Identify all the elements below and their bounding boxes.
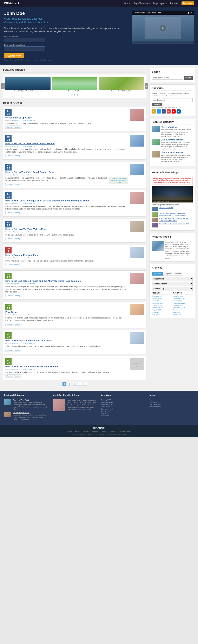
fc-item-title[interactable]: This is a Test Post — [161, 126, 193, 128]
read-more-link[interactable]: Continue Reading — [5, 237, 21, 240]
article-title[interactable]: Pure Beauty — [5, 311, 128, 313]
footer-login-link[interactable]: Log in — [150, 399, 194, 401]
subscribe-email-input[interactable] — [152, 98, 193, 102]
archive-link[interactable]: July 2010 — [173, 311, 193, 313]
rss-link[interactable]: rss+ — [143, 102, 146, 104]
comment-link[interactable]: Leave a Comment — [22, 174, 35, 176]
yt-item-link[interactable]: How to Create a Custom WordPress Navigat… — [159, 212, 193, 216]
recent-tab[interactable]: Recent — [174, 272, 183, 276]
archive-link[interactable]: September 2010 — [173, 307, 193, 308]
slider-next-button[interactable]: › — [145, 83, 148, 90]
archive-link[interactable]: March 2011 — [173, 300, 193, 302]
youtube-social-icon[interactable]: ▶ — [172, 110, 176, 114]
archive-link[interactable]: December 2011 — [173, 298, 193, 300]
author-link[interactable]: SiteName — [13, 120, 20, 121]
footer-fc-item-title[interactable]: This is a Test Post — [12, 399, 48, 402]
footer-nav-sitemap[interactable]: Site Map — [101, 431, 107, 433]
footer-archive-link[interactable]: September 2010 — [101, 408, 145, 410]
nav-page-templates[interactable]: Page Templates — [133, 2, 150, 4]
email-input[interactable] — [4, 46, 45, 51]
twitter-social-icon[interactable]: t — [157, 110, 161, 114]
popular-tab[interactable]: Popular — [163, 272, 173, 276]
article-title[interactable]: How to Add Post Thumbnails to Your Posts — [5, 339, 128, 342]
author-link[interactable]: SiteName — [13, 342, 20, 344]
footer-comments-rss-link[interactable]: Comments RSS — [150, 404, 194, 406]
nav-page-layouts[interactable]: Page Layouts — [153, 2, 167, 4]
nav-home[interactable]: Home — [124, 2, 130, 4]
article-title[interactable]: Install and Set-Up Guide — [5, 116, 128, 119]
comment-link[interactable]: Leave a Comment — [22, 283, 35, 285]
footer-archive-link[interactable]: December 2011 — [101, 401, 145, 403]
archive-link[interactable]: August 2010 — [173, 309, 193, 311]
page-2[interactable]: 2 — [68, 382, 71, 386]
archive-link[interactable]: November 2010 — [173, 302, 193, 304]
archive-link[interactable]: January 2012 — [152, 295, 171, 297]
footer-fc-item-title[interactable]: Lorem ipsum dolor — [12, 412, 48, 414]
archive-link[interactable]: June 2010 — [173, 314, 193, 316]
article-title[interactable]: How to Set Up Featured Pages and the Alt… — [5, 280, 128, 282]
rss-social-icon[interactable]: ⌖ — [152, 110, 156, 114]
comment-link[interactable]: Leave a Comment — [22, 145, 35, 147]
fc-item-title[interactable]: This is Another Text Post — [161, 139, 193, 141]
youtube-video-thumb[interactable]: Video background feature... — [152, 186, 193, 202]
footer-archive-link[interactable]: November 2010 — [101, 404, 145, 406]
googleplus-social-icon[interactable]: g+ — [167, 110, 171, 114]
yt-item-link[interactable]: Feel The Creativity — [159, 207, 173, 209]
archive-link[interactable]: November 2010 — [152, 302, 171, 304]
category-select[interactable]: Select Category — [152, 282, 193, 286]
footer-nav-portfolio[interactable]: Portfolio — [92, 431, 98, 433]
comment-link[interactable]: Leave a Comment — [22, 342, 35, 344]
submit-button[interactable]: Submit Now — [4, 53, 24, 58]
author-link[interactable]: SiteName — [13, 257, 20, 259]
read-more-link[interactable]: Continue Reading — [5, 374, 21, 378]
archive-link[interactable]: July 2010 — [152, 311, 171, 313]
read-more-link[interactable]: Continue Reading — [5, 349, 21, 352]
article-title[interactable]: How to Set Up The Video Email Capture Fo… — [5, 171, 128, 174]
month-select[interactable]: Select Month — [152, 277, 193, 281]
search-button[interactable]: search — [184, 76, 193, 80]
article-title[interactable]: How to Set Up Your Featured Content Sect… — [5, 142, 128, 145]
article-title[interactable]: How to Add Full-Size Images and Full-Siz… — [5, 200, 128, 202]
article-title[interactable]: How to Set Up a YouTube Videos Page — [5, 228, 128, 230]
archive-link[interactable]: December 2011 — [152, 298, 171, 300]
read-more-link[interactable]: Continue Reading — [5, 126, 21, 128]
read-more-link[interactable]: Continue Reading — [5, 154, 21, 157]
yt-item-link[interactable]: How to Add Featured Content to the WP-Cr… — [159, 218, 193, 222]
name-input[interactable] — [4, 38, 45, 42]
article-title[interactable]: How to Add 125×125 Banner Ads to Your Si… — [5, 365, 128, 368]
footer-nav-home[interactable]: Home — [67, 431, 72, 433]
page-3[interactable]: 3 — [73, 382, 77, 386]
footer-archive-link[interactable]: June 2010 — [101, 415, 145, 417]
comment-link[interactable]: Leave a Comment — [22, 368, 35, 370]
linkedin-social-icon[interactable]: in — [177, 110, 181, 114]
comment-link[interactable]: Leave a Comment — [22, 257, 35, 259]
footer-entries-rss-link[interactable]: Entries RSS — [150, 401, 194, 403]
footer-wordpress-link[interactable]: WordPress.org — [150, 406, 194, 408]
archive-link[interactable]: January 2012 — [173, 295, 193, 297]
footer-archive-link[interactable]: October 2010 — [101, 406, 145, 408]
footer-nav-videos[interactable]: Videos — [111, 431, 116, 433]
footer-nav-articles[interactable]: Articles — [75, 431, 80, 433]
author-link[interactable]: SiteName — [13, 368, 20, 370]
page-1[interactable]: 1 — [62, 382, 66, 386]
read-more-link[interactable]: Continue Reading — [5, 294, 21, 297]
comment-link[interactable]: Leave a Comment — [22, 231, 35, 233]
search-input[interactable] — [152, 76, 183, 80]
comment-link[interactable]: Leave a Comment — [22, 202, 35, 204]
author-link[interactable]: SiteName — [13, 145, 20, 147]
archive-link[interactable]: September 2010 — [152, 307, 171, 308]
read-more-link[interactable]: Continue Reading — [5, 263, 21, 266]
footer-nav-youtube[interactable]: YouTube Videos — [119, 431, 131, 433]
archive-link[interactable]: March 2011 — [152, 300, 171, 302]
facebook-social-icon[interactable]: f — [162, 110, 166, 114]
comment-link[interactable]: Leave a Comment — [22, 314, 35, 316]
nav-buy-now[interactable]: Buy Now — [182, 2, 194, 5]
archive-link[interactable]: June 2010 — [152, 314, 171, 316]
footer-nav-photos[interactable]: Photos — [84, 431, 89, 433]
read-more-link[interactable]: Continue Reading — [5, 183, 21, 186]
author-link[interactable]: SiteName — [13, 174, 20, 176]
footer-archive-link[interactable]: July 2010 — [101, 412, 145, 414]
author-link[interactable]: SiteName — [13, 283, 20, 285]
author-link[interactable]: SiteName — [13, 202, 20, 204]
page-4[interactable]: 4 — [78, 382, 82, 386]
